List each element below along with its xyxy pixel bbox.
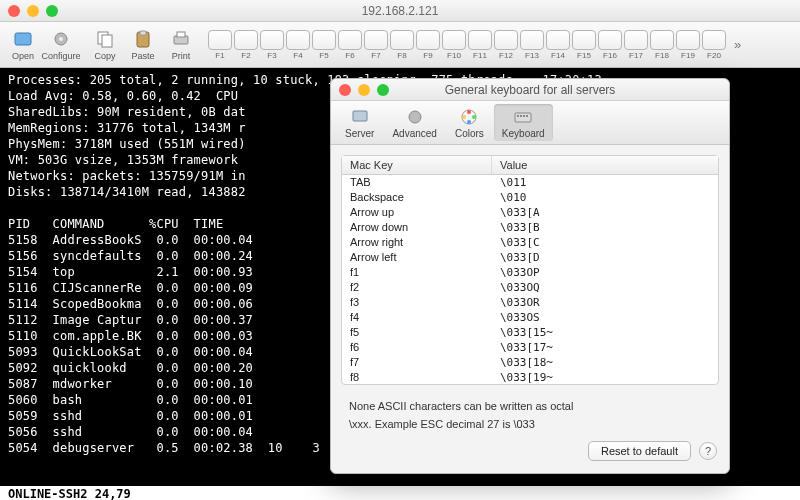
cell-value: \033[19~ — [492, 370, 718, 384]
fkey-f18[interactable]: F18 — [650, 30, 674, 60]
fkey-box — [390, 30, 414, 50]
fkey-box — [416, 30, 440, 50]
close-icon[interactable] — [8, 5, 20, 17]
fkey-box — [286, 30, 310, 50]
modal-titlebar: General keyboard for all servers — [331, 79, 729, 101]
server-icon — [349, 106, 371, 128]
fkey-label: F8 — [397, 51, 406, 60]
fkey-box — [494, 30, 518, 50]
table-body[interactable]: TAB\011Backspace\010Arrow up\033[AArrow … — [342, 175, 718, 384]
fkey-f3[interactable]: F3 — [260, 30, 284, 60]
cell-mac-key: f5 — [342, 325, 492, 340]
fkey-label: F7 — [371, 51, 380, 60]
table-row[interactable]: f4\033OS — [342, 310, 718, 325]
table-row[interactable]: f1\033OP — [342, 265, 718, 280]
svg-rect-20 — [526, 115, 528, 117]
cell-mac-key: f4 — [342, 310, 492, 325]
print-button[interactable]: Print — [164, 28, 198, 61]
fkey-f19[interactable]: F19 — [676, 30, 700, 60]
table-row[interactable]: TAB\011 — [342, 175, 718, 190]
help-icon[interactable]: ? — [699, 442, 717, 460]
tab-colors[interactable]: Colors — [447, 104, 492, 141]
tab-keyboard[interactable]: Keyboard — [494, 104, 553, 141]
cell-value: \033[B — [492, 220, 718, 235]
fkey-f2[interactable]: F2 — [234, 30, 258, 60]
fkey-box — [520, 30, 544, 50]
minimize-icon[interactable] — [27, 5, 39, 17]
reset-to-default-button[interactable]: Reset to default — [588, 441, 691, 461]
table-row[interactable]: Arrow left\033[D — [342, 250, 718, 265]
table-row[interactable]: f8\033[19~ — [342, 370, 718, 384]
fkey-f14[interactable]: F14 — [546, 30, 570, 60]
table-row[interactable]: Arrow down\033[B — [342, 220, 718, 235]
fkey-f15[interactable]: F15 — [572, 30, 596, 60]
cell-value: \033[D — [492, 250, 718, 265]
table-row[interactable]: Backspace\010 — [342, 190, 718, 205]
fkey-f17[interactable]: F17 — [624, 30, 648, 60]
fkey-label: F6 — [345, 51, 354, 60]
cell-value: \033OS — [492, 310, 718, 325]
fkey-box — [468, 30, 492, 50]
toolbar-overflow-icon[interactable]: » — [734, 37, 741, 52]
fkey-f4[interactable]: F4 — [286, 30, 310, 60]
note-line-2: \xxx. Example ESC decimal 27 is \033 — [331, 413, 729, 431]
open-button[interactable]: Open — [6, 28, 40, 61]
advanced-gear-icon — [404, 106, 426, 128]
column-value[interactable]: Value — [492, 156, 718, 174]
configure-button[interactable]: Configure — [44, 28, 78, 61]
svg-point-15 — [462, 115, 466, 119]
table-row[interactable]: f6\033[17~ — [342, 340, 718, 355]
fkey-f20[interactable]: F20 — [702, 30, 726, 60]
cell-mac-key: f6 — [342, 340, 492, 355]
fkey-f9[interactable]: F9 — [416, 30, 440, 60]
fkey-f16[interactable]: F16 — [598, 30, 622, 60]
fkey-label: F11 — [473, 51, 487, 60]
tab-server[interactable]: Server — [337, 104, 382, 141]
fkey-label: F12 — [499, 51, 513, 60]
fkey-label: F17 — [629, 51, 643, 60]
cell-value: \033OR — [492, 295, 718, 310]
svg-point-13 — [472, 115, 476, 119]
fkey-f13[interactable]: F13 — [520, 30, 544, 60]
fkey-f11[interactable]: F11 — [468, 30, 492, 60]
fkey-f5[interactable]: F5 — [312, 30, 336, 60]
tab-advanced[interactable]: Advanced — [384, 104, 444, 141]
column-mac-key[interactable]: Mac Key — [342, 156, 492, 174]
table-row[interactable]: Arrow up\033[A — [342, 205, 718, 220]
fkey-f8[interactable]: F8 — [390, 30, 414, 60]
table-row[interactable]: f5\033[15~ — [342, 325, 718, 340]
table-row[interactable]: f3\033OR — [342, 295, 718, 310]
colors-icon — [458, 106, 480, 128]
svg-rect-17 — [517, 115, 519, 117]
table-row[interactable]: Arrow right\033[C — [342, 235, 718, 250]
copy-icon — [94, 28, 116, 50]
svg-rect-18 — [520, 115, 522, 117]
fkey-label: F1 — [215, 51, 224, 60]
svg-rect-8 — [177, 32, 185, 37]
cell-value: \033[15~ — [492, 325, 718, 340]
copy-button[interactable]: Copy — [88, 28, 122, 61]
fkey-label: F4 — [293, 51, 302, 60]
fkey-f1[interactable]: F1 — [208, 30, 232, 60]
cell-mac-key: Arrow right — [342, 235, 492, 250]
table-row[interactable]: f2\033OQ — [342, 280, 718, 295]
cell-mac-key: Arrow down — [342, 220, 492, 235]
fkey-f10[interactable]: F10 — [442, 30, 466, 60]
cell-value: \033[18~ — [492, 355, 718, 370]
zoom-icon[interactable] — [46, 5, 58, 17]
fkey-box — [598, 30, 622, 50]
table-row[interactable]: f7\033[18~ — [342, 355, 718, 370]
fkey-f7[interactable]: F7 — [364, 30, 388, 60]
fkey-box — [338, 30, 362, 50]
cell-value: \033[A — [492, 205, 718, 220]
paste-button[interactable]: Paste — [126, 28, 160, 61]
table-header: Mac Key Value — [342, 156, 718, 175]
fkey-f12[interactable]: F12 — [494, 30, 518, 60]
fkey-label: F2 — [241, 51, 250, 60]
svg-point-10 — [409, 111, 421, 123]
svg-point-2 — [59, 37, 63, 41]
cell-value: \033[C — [492, 235, 718, 250]
fkey-f6[interactable]: F6 — [338, 30, 362, 60]
cell-mac-key: Arrow left — [342, 250, 492, 265]
fkey-box — [676, 30, 700, 50]
